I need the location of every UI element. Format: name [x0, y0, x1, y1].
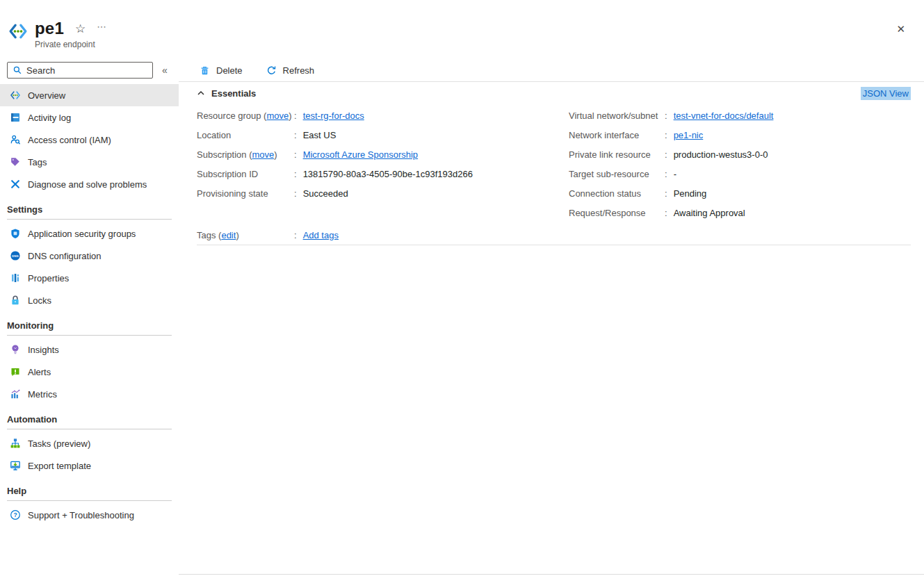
sidebar-section-settings: Settings [7, 204, 172, 220]
essentials-field-private-link-resource: Private link resource : production-westu… [569, 145, 916, 164]
delete-label: Delete [216, 65, 243, 76]
sidebar-item-diagnose[interactable]: Diagnose and solve problems [0, 173, 179, 195]
sidebar-item-alerts[interactable]: Alerts [0, 361, 179, 383]
collapse-sidebar-icon[interactable]: « [162, 65, 168, 76]
alerts-icon [10, 366, 21, 377]
activity-log-icon [10, 112, 21, 123]
sidebar-item-support-troubleshooting[interactable]: ? Support + Troubleshooting [0, 504, 179, 526]
dns-icon: DNS [10, 250, 21, 261]
connection-status-value: Pending [674, 188, 707, 199]
sidebar-search-row: « [7, 62, 172, 79]
essentials-title: Essentials [211, 88, 256, 99]
sidebar-item-application-security-groups[interactable]: Application security groups [0, 222, 179, 245]
sidebar-section-help: Help [7, 486, 172, 501]
sidebar: « Overview Activity log Access control (… [0, 59, 179, 583]
close-icon[interactable]: ✕ [896, 23, 905, 35]
add-tags-link[interactable]: Add tags [303, 230, 339, 240]
essentials-field-location: Location : East US [197, 125, 565, 145]
sidebar-item-label: Overview [28, 90, 65, 101]
request-response-value: Awaiting Approval [674, 208, 745, 218]
private-link-resource-value: production-westus3-0-0 [674, 149, 768, 160]
private-endpoint-icon [8, 22, 28, 41]
essentials-collapse-toggle[interactable]: Essentials [197, 88, 256, 99]
azure-private-endpoint-page: pe1 ☆ ⋯ Private endpoint ✕ « Overview Ac… [0, 0, 924, 583]
search-input[interactable] [26, 65, 147, 76]
command-bar: Delete Refresh [179, 59, 924, 82]
sidebar-section-automation: Automation [7, 414, 172, 429]
content-bottom-divider [179, 574, 924, 575]
diagnose-icon [10, 179, 21, 190]
sidebar-item-label: Export template [28, 461, 91, 471]
properties-icon [10, 272, 21, 284]
favorite-star-icon[interactable]: ☆ [75, 23, 86, 35]
target-sub-resource-value: - [674, 169, 676, 179]
sidebar-item-label: DNS configuration [28, 251, 102, 261]
subscription-move-link[interactable]: move [252, 149, 274, 160]
sidebar-item-activity-log[interactable]: Activity log [0, 106, 179, 129]
export-template-icon [10, 460, 21, 471]
sidebar-item-label: Alerts [28, 367, 51, 377]
sidebar-item-tags[interactable]: Tags [0, 151, 179, 173]
sidebar-section-monitoring: Monitoring [7, 320, 172, 336]
essentials-field-provisioning-state: Provisioning state : Succeeded [197, 183, 565, 203]
delete-button[interactable]: Delete [200, 65, 243, 76]
sidebar-item-properties[interactable]: Properties [0, 267, 179, 289]
sidebar-item-metrics[interactable]: Metrics [0, 383, 179, 405]
subscription-link[interactable]: Microsoft Azure Sponsorship [303, 149, 418, 160]
sidebar-item-label: Access control (IAM) [28, 135, 111, 145]
essentials-field-subscription-id: Subscription ID : 13815790-80a3-4505-90b… [197, 164, 565, 183]
essentials-field-request-response: Request/Response : Awaiting Approval [569, 203, 916, 222]
json-view-link[interactable]: JSON View [861, 87, 911, 100]
sidebar-item-label: Support + Troubleshooting [28, 510, 134, 520]
refresh-icon [266, 65, 277, 76]
location-value: East US [303, 130, 337, 140]
private-endpoint-icon [10, 90, 21, 101]
resource-group-link[interactable]: test-rg-for-docs [303, 110, 364, 121]
sidebar-item-access-control[interactable]: Access control (IAM) [0, 129, 179, 151]
essentials-field-target-sub-resource: Target sub-resource : - [569, 164, 916, 183]
essentials-header: Essentials JSON View [197, 85, 911, 101]
resource-type-subtitle: Private endpoint [35, 40, 107, 49]
tags-edit-link[interactable]: edit [221, 230, 236, 240]
sidebar-item-label: Properties [28, 273, 69, 284]
tasks-icon [10, 438, 21, 449]
more-menu-icon[interactable]: ⋯ [97, 22, 107, 31]
essentials-field-resource-group: Resource group (move) : test-rg-for-docs [197, 106, 565, 125]
sidebar-item-dns-configuration[interactable]: DNS DNS configuration [0, 245, 179, 267]
access-control-icon [10, 134, 21, 145]
sidebar-item-overview[interactable]: Overview [0, 84, 179, 106]
security-shield-icon [10, 228, 21, 239]
network-interface-link[interactable]: pe1-nic [674, 130, 704, 140]
search-box[interactable] [7, 62, 153, 79]
sidebar-item-label: Tasks (preview) [28, 438, 90, 449]
sidebar-item-tasks[interactable]: Tasks (preview) [0, 432, 179, 454]
sidebar-item-label: Locks [28, 295, 51, 306]
sidebar-item-locks[interactable]: Locks [0, 289, 179, 311]
page-header: pe1 ☆ ⋯ Private endpoint [8, 19, 107, 49]
delete-icon [200, 65, 210, 76]
essentials-field-tags: Tags (edit) : Add tags [197, 225, 339, 245]
svg-text:DNS: DNS [12, 254, 18, 258]
sidebar-item-label: Diagnose and solve problems [28, 179, 147, 190]
essentials-field-vnet-subnet: Virtual network/subnet : test-vnet-for-d… [569, 106, 916, 125]
help-icon: ? [10, 509, 21, 520]
essentials-field-network-interface: Network interface : pe1-nic [569, 125, 916, 145]
sidebar-item-label: Insights [28, 345, 59, 355]
sidebar-item-label: Activity log [28, 113, 71, 123]
lock-icon [10, 295, 21, 306]
refresh-button[interactable]: Refresh [266, 65, 315, 76]
chevron-up-icon [197, 89, 205, 97]
sidebar-item-insights[interactable]: Insights [0, 338, 179, 361]
metrics-icon [10, 388, 21, 400]
essentials-field-connection-status: Connection status : Pending [569, 183, 916, 203]
insights-bulb-icon [10, 344, 21, 355]
vnet-subnet-link[interactable]: test-vnet-for-docs/default [674, 110, 774, 121]
sidebar-item-label: Application security groups [28, 229, 136, 239]
refresh-label: Refresh [283, 65, 315, 76]
sidebar-item-export-template[interactable]: Export template [0, 454, 179, 477]
title-block: pe1 ☆ ⋯ Private endpoint [35, 19, 107, 49]
sidebar-item-label: Tags [28, 157, 47, 167]
svg-text:?: ? [13, 511, 17, 518]
tag-icon [10, 156, 21, 167]
resource-group-move-link[interactable]: move [266, 110, 289, 121]
